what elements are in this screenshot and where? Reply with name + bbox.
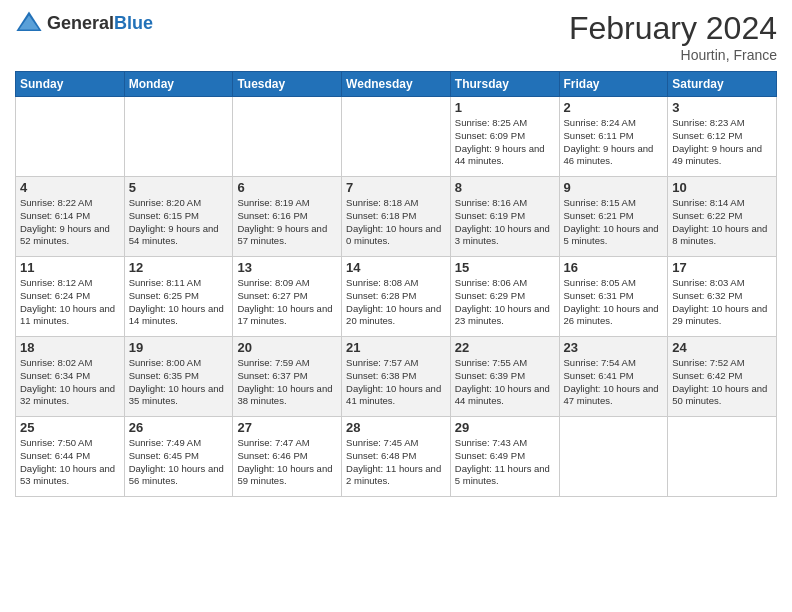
calendar-table: Sunday Monday Tuesday Wednesday Thursday… — [15, 71, 777, 497]
day-number: 7 — [346, 180, 446, 195]
table-row: 12Sunrise: 8:11 AM Sunset: 6:25 PM Dayli… — [124, 257, 233, 337]
day-info: Sunrise: 8:05 AM Sunset: 6:31 PM Dayligh… — [564, 277, 664, 328]
day-info: Sunrise: 8:15 AM Sunset: 6:21 PM Dayligh… — [564, 197, 664, 248]
col-wednesday: Wednesday — [342, 72, 451, 97]
day-number: 11 — [20, 260, 120, 275]
table-row: 11Sunrise: 8:12 AM Sunset: 6:24 PM Dayli… — [16, 257, 125, 337]
table-row: 10Sunrise: 8:14 AM Sunset: 6:22 PM Dayli… — [668, 177, 777, 257]
page: GeneralBlue February 2024 Hourtin, Franc… — [0, 0, 792, 612]
logo: GeneralBlue — [15, 10, 153, 38]
calendar-week-row: 11Sunrise: 8:12 AM Sunset: 6:24 PM Dayli… — [16, 257, 777, 337]
day-number: 21 — [346, 340, 446, 355]
location: Hourtin, France — [569, 47, 777, 63]
day-info: Sunrise: 8:00 AM Sunset: 6:35 PM Dayligh… — [129, 357, 229, 408]
table-row — [124, 97, 233, 177]
calendar-week-row: 25Sunrise: 7:50 AM Sunset: 6:44 PM Dayli… — [16, 417, 777, 497]
day-number: 3 — [672, 100, 772, 115]
day-info: Sunrise: 8:11 AM Sunset: 6:25 PM Dayligh… — [129, 277, 229, 328]
day-info: Sunrise: 8:14 AM Sunset: 6:22 PM Dayligh… — [672, 197, 772, 248]
day-info: Sunrise: 7:43 AM Sunset: 6:49 PM Dayligh… — [455, 437, 555, 488]
day-info: Sunrise: 8:16 AM Sunset: 6:19 PM Dayligh… — [455, 197, 555, 248]
table-row: 13Sunrise: 8:09 AM Sunset: 6:27 PM Dayli… — [233, 257, 342, 337]
day-number: 25 — [20, 420, 120, 435]
col-saturday: Saturday — [668, 72, 777, 97]
day-info: Sunrise: 8:06 AM Sunset: 6:29 PM Dayligh… — [455, 277, 555, 328]
table-row: 28Sunrise: 7:45 AM Sunset: 6:48 PM Dayli… — [342, 417, 451, 497]
month-year: February 2024 — [569, 10, 777, 47]
day-number: 20 — [237, 340, 337, 355]
table-row: 16Sunrise: 8:05 AM Sunset: 6:31 PM Dayli… — [559, 257, 668, 337]
table-row: 20Sunrise: 7:59 AM Sunset: 6:37 PM Dayli… — [233, 337, 342, 417]
day-number: 24 — [672, 340, 772, 355]
day-info: Sunrise: 7:45 AM Sunset: 6:48 PM Dayligh… — [346, 437, 446, 488]
table-row: 2Sunrise: 8:24 AM Sunset: 6:11 PM Daylig… — [559, 97, 668, 177]
day-info: Sunrise: 7:57 AM Sunset: 6:38 PM Dayligh… — [346, 357, 446, 408]
day-info: Sunrise: 8:12 AM Sunset: 6:24 PM Dayligh… — [20, 277, 120, 328]
day-info: Sunrise: 8:25 AM Sunset: 6:09 PM Dayligh… — [455, 117, 555, 168]
day-info: Sunrise: 7:55 AM Sunset: 6:39 PM Dayligh… — [455, 357, 555, 408]
table-row — [342, 97, 451, 177]
day-info: Sunrise: 7:49 AM Sunset: 6:45 PM Dayligh… — [129, 437, 229, 488]
day-number: 1 — [455, 100, 555, 115]
table-row: 22Sunrise: 7:55 AM Sunset: 6:39 PM Dayli… — [450, 337, 559, 417]
table-row: 4Sunrise: 8:22 AM Sunset: 6:14 PM Daylig… — [16, 177, 125, 257]
table-row: 3Sunrise: 8:23 AM Sunset: 6:12 PM Daylig… — [668, 97, 777, 177]
day-info: Sunrise: 7:47 AM Sunset: 6:46 PM Dayligh… — [237, 437, 337, 488]
table-row — [668, 417, 777, 497]
table-row: 14Sunrise: 8:08 AM Sunset: 6:28 PM Dayli… — [342, 257, 451, 337]
col-sunday: Sunday — [16, 72, 125, 97]
calendar-week-row: 1Sunrise: 8:25 AM Sunset: 6:09 PM Daylig… — [16, 97, 777, 177]
table-row: 29Sunrise: 7:43 AM Sunset: 6:49 PM Dayli… — [450, 417, 559, 497]
day-info: Sunrise: 8:18 AM Sunset: 6:18 PM Dayligh… — [346, 197, 446, 248]
day-number: 5 — [129, 180, 229, 195]
day-info: Sunrise: 8:23 AM Sunset: 6:12 PM Dayligh… — [672, 117, 772, 168]
logo-icon — [15, 10, 43, 38]
day-number: 14 — [346, 260, 446, 275]
day-number: 17 — [672, 260, 772, 275]
table-row: 25Sunrise: 7:50 AM Sunset: 6:44 PM Dayli… — [16, 417, 125, 497]
day-number: 10 — [672, 180, 772, 195]
logo-blue-text: Blue — [114, 13, 153, 33]
day-info: Sunrise: 8:19 AM Sunset: 6:16 PM Dayligh… — [237, 197, 337, 248]
col-thursday: Thursday — [450, 72, 559, 97]
day-info: Sunrise: 8:08 AM Sunset: 6:28 PM Dayligh… — [346, 277, 446, 328]
day-number: 4 — [20, 180, 120, 195]
day-info: Sunrise: 8:22 AM Sunset: 6:14 PM Dayligh… — [20, 197, 120, 248]
table-row: 1Sunrise: 8:25 AM Sunset: 6:09 PM Daylig… — [450, 97, 559, 177]
col-tuesday: Tuesday — [233, 72, 342, 97]
day-number: 13 — [237, 260, 337, 275]
table-row: 8Sunrise: 8:16 AM Sunset: 6:19 PM Daylig… — [450, 177, 559, 257]
table-row: 21Sunrise: 7:57 AM Sunset: 6:38 PM Dayli… — [342, 337, 451, 417]
day-info: Sunrise: 7:54 AM Sunset: 6:41 PM Dayligh… — [564, 357, 664, 408]
table-row: 7Sunrise: 8:18 AM Sunset: 6:18 PM Daylig… — [342, 177, 451, 257]
title-block: February 2024 Hourtin, France — [569, 10, 777, 63]
day-info: Sunrise: 8:03 AM Sunset: 6:32 PM Dayligh… — [672, 277, 772, 328]
day-number: 9 — [564, 180, 664, 195]
day-number: 12 — [129, 260, 229, 275]
calendar-header-row: Sunday Monday Tuesday Wednesday Thursday… — [16, 72, 777, 97]
col-monday: Monday — [124, 72, 233, 97]
day-info: Sunrise: 8:20 AM Sunset: 6:15 PM Dayligh… — [129, 197, 229, 248]
table-row: 6Sunrise: 8:19 AM Sunset: 6:16 PM Daylig… — [233, 177, 342, 257]
day-info: Sunrise: 7:50 AM Sunset: 6:44 PM Dayligh… — [20, 437, 120, 488]
table-row: 17Sunrise: 8:03 AM Sunset: 6:32 PM Dayli… — [668, 257, 777, 337]
table-row: 19Sunrise: 8:00 AM Sunset: 6:35 PM Dayli… — [124, 337, 233, 417]
day-number: 2 — [564, 100, 664, 115]
day-info: Sunrise: 8:02 AM Sunset: 6:34 PM Dayligh… — [20, 357, 120, 408]
day-info: Sunrise: 7:59 AM Sunset: 6:37 PM Dayligh… — [237, 357, 337, 408]
calendar-week-row: 18Sunrise: 8:02 AM Sunset: 6:34 PM Dayli… — [16, 337, 777, 417]
day-number: 19 — [129, 340, 229, 355]
day-info: Sunrise: 8:24 AM Sunset: 6:11 PM Dayligh… — [564, 117, 664, 168]
logo-general-text: General — [47, 13, 114, 33]
calendar-week-row: 4Sunrise: 8:22 AM Sunset: 6:14 PM Daylig… — [16, 177, 777, 257]
table-row — [16, 97, 125, 177]
table-row: 18Sunrise: 8:02 AM Sunset: 6:34 PM Dayli… — [16, 337, 125, 417]
day-number: 8 — [455, 180, 555, 195]
table-row: 5Sunrise: 8:20 AM Sunset: 6:15 PM Daylig… — [124, 177, 233, 257]
day-number: 18 — [20, 340, 120, 355]
day-number: 23 — [564, 340, 664, 355]
day-number: 27 — [237, 420, 337, 435]
table-row — [233, 97, 342, 177]
table-row — [559, 417, 668, 497]
table-row: 27Sunrise: 7:47 AM Sunset: 6:46 PM Dayli… — [233, 417, 342, 497]
